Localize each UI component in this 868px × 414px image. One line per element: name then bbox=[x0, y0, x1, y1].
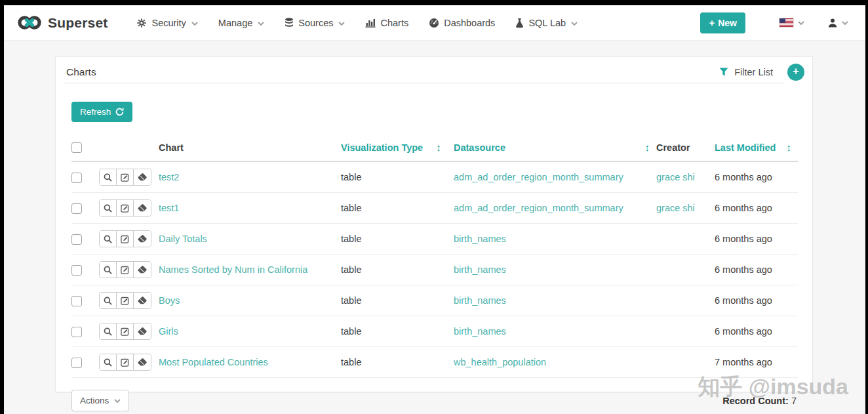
sort-icon[interactable]: ↕ bbox=[436, 142, 441, 153]
sort-icon[interactable]: ↕ bbox=[787, 142, 792, 153]
creator-link[interactable]: grace shi bbox=[656, 172, 695, 182]
viz-type-cell: table bbox=[341, 234, 361, 244]
chart-link[interactable]: Boys bbox=[159, 295, 180, 306]
last-modified-cell: 6 months ago bbox=[715, 295, 772, 306]
delete-button[interactable] bbox=[134, 262, 151, 278]
show-button[interactable] bbox=[100, 354, 117, 370]
edit-button[interactable] bbox=[117, 293, 134, 308]
nav-item-sql-lab[interactable]: SQL Lab bbox=[515, 18, 578, 28]
gears-icon bbox=[136, 18, 147, 28]
row-checkbox[interactable] bbox=[71, 358, 82, 368]
datasource-link[interactable]: adm_ad_order_region_month_summary bbox=[454, 172, 623, 182]
edit-button[interactable] bbox=[117, 169, 134, 185]
column-chart: Chart bbox=[159, 136, 341, 161]
row-checkbox[interactable] bbox=[71, 327, 82, 337]
sort-icon[interactable]: ↕ bbox=[645, 142, 650, 153]
nav-item-label: Manage bbox=[218, 18, 252, 28]
row-checkbox[interactable] bbox=[71, 173, 82, 183]
datasource-link[interactable]: birth_names bbox=[454, 234, 506, 244]
show-button[interactable] bbox=[100, 323, 117, 339]
table-header-row: Chart Visualization Type ↕ Datasource ↕ bbox=[71, 136, 798, 161]
show-button[interactable] bbox=[100, 293, 117, 308]
nav-item-dashboards[interactable]: Dashboards bbox=[429, 18, 495, 28]
edit-button[interactable] bbox=[117, 200, 134, 216]
delete-button[interactable] bbox=[134, 354, 151, 370]
column-viz-type[interactable]: Visualization Type ↕ bbox=[341, 136, 454, 161]
row-checkbox[interactable] bbox=[71, 234, 82, 245]
brand[interactable]: Superset bbox=[17, 14, 108, 31]
chevron-down-icon bbox=[798, 21, 804, 25]
page: Superset Security Manage bbox=[4, 5, 865, 414]
chevron-down-icon bbox=[191, 22, 198, 26]
delete-button[interactable] bbox=[134, 200, 151, 216]
pencil-square-icon bbox=[121, 173, 129, 182]
nav-item-sources[interactable]: Sources bbox=[285, 18, 345, 28]
row-checkbox[interactable] bbox=[71, 265, 82, 276]
table-row: Daily Totals table birth_names 6 months … bbox=[71, 224, 798, 255]
navbar-right: + New bbox=[700, 12, 848, 33]
brand-name: Superset bbox=[48, 15, 108, 31]
column-creator: Creator bbox=[656, 136, 715, 161]
superset-logo-icon bbox=[17, 14, 42, 31]
row-checkbox[interactable] bbox=[71, 203, 82, 214]
chart-link[interactable]: test2 bbox=[159, 172, 179, 182]
us-flag-icon bbox=[779, 18, 793, 27]
filter-list-button[interactable]: Filter List bbox=[719, 67, 782, 77]
delete-button[interactable] bbox=[134, 169, 151, 185]
row-action-group bbox=[99, 230, 151, 247]
last-modified-cell: 7 months ago bbox=[715, 357, 772, 367]
bar-chart-icon bbox=[365, 18, 376, 28]
datasource-link[interactable]: adm_ad_order_region_month_summary bbox=[454, 203, 623, 213]
row-action-group bbox=[99, 354, 151, 371]
row-action-group bbox=[99, 199, 151, 217]
pencil-square-icon bbox=[121, 358, 129, 367]
edit-button[interactable] bbox=[117, 262, 134, 278]
nav-item-security[interactable]: Security bbox=[136, 18, 197, 28]
actions-dropdown[interactable]: Actions bbox=[71, 390, 129, 411]
chart-link[interactable]: test1 bbox=[159, 203, 179, 213]
chart-link[interactable]: Daily Totals bbox=[159, 234, 207, 244]
chart-link[interactable]: Names Sorted by Num in California bbox=[159, 264, 307, 275]
show-button[interactable] bbox=[100, 231, 117, 247]
edit-button[interactable] bbox=[117, 354, 134, 370]
pencil-square-icon bbox=[121, 266, 129, 274]
column-datasource[interactable]: Datasource ↕ bbox=[454, 136, 656, 161]
delete-button[interactable] bbox=[134, 293, 151, 308]
select-all-checkbox[interactable] bbox=[71, 142, 82, 153]
magnifier-icon bbox=[104, 358, 112, 367]
delete-button[interactable] bbox=[134, 323, 151, 339]
new-button-label: New bbox=[718, 18, 737, 28]
pencil-square-icon bbox=[121, 235, 129, 243]
language-dropdown[interactable] bbox=[779, 18, 804, 27]
chevron-down-icon bbox=[571, 22, 578, 26]
nav-item-label: Charts bbox=[380, 18, 408, 28]
datasource-link[interactable]: birth_names bbox=[454, 326, 506, 337]
datasource-link[interactable]: birth_names bbox=[454, 295, 506, 306]
eraser-icon bbox=[138, 358, 147, 366]
nav-item-label: Security bbox=[151, 18, 186, 28]
refresh-button[interactable]: Refresh bbox=[71, 102, 132, 122]
nav-item-label: Dashboards bbox=[444, 18, 495, 28]
row-checkbox[interactable] bbox=[71, 296, 82, 306]
show-button[interactable] bbox=[100, 262, 117, 278]
creator-link[interactable]: grace shi bbox=[656, 203, 695, 213]
edit-button[interactable] bbox=[117, 231, 134, 247]
refresh-button-label: Refresh bbox=[80, 107, 111, 117]
nav-item-label: Sources bbox=[298, 18, 333, 28]
chart-link[interactable]: Girls bbox=[159, 326, 178, 337]
add-chart-button[interactable]: + bbox=[787, 64, 804, 81]
new-button[interactable]: + New bbox=[700, 12, 745, 33]
user-menu[interactable] bbox=[828, 18, 848, 28]
delete-button[interactable] bbox=[134, 231, 151, 247]
column-actions bbox=[99, 136, 159, 161]
nav-item-charts[interactable]: Charts bbox=[365, 18, 408, 28]
show-button[interactable] bbox=[100, 169, 117, 185]
show-button[interactable] bbox=[100, 200, 117, 216]
nav-item-manage[interactable]: Manage bbox=[218, 18, 264, 28]
chart-link[interactable]: Most Populated Countries bbox=[159, 357, 268, 367]
datasource-link[interactable]: wb_health_population bbox=[454, 357, 546, 367]
datasource-link[interactable]: birth_names bbox=[454, 264, 506, 275]
column-last-modified[interactable]: Last Modified ↕ bbox=[715, 136, 798, 161]
edit-button[interactable] bbox=[117, 323, 134, 339]
chevron-down-icon bbox=[338, 22, 345, 26]
